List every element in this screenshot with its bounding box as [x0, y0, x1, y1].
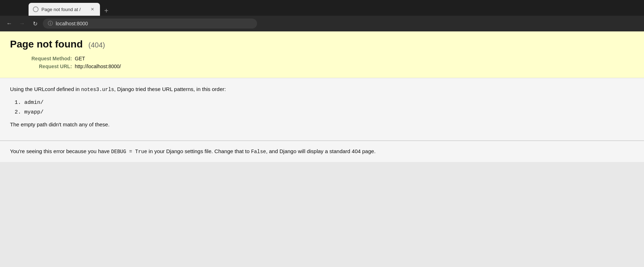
error-header: Page not found (404) Request Method: GET… [0, 31, 644, 78]
request-url-value: http://localhost:8000/ [75, 64, 634, 69]
tab-favicon [33, 6, 39, 12]
empty-path-message: The empty path didn't match any of these… [10, 121, 634, 129]
request-url-label: Request URL: [31, 64, 72, 69]
debug-msg-before: You're seeing this error because you hav… [10, 148, 111, 154]
debug-msg-after: , and Django will display a standard 404… [266, 148, 376, 154]
address-bar[interactable]: ⓘ localhost:8000 [43, 19, 257, 29]
debug-message: You're seeing this error because you hav… [10, 147, 634, 156]
tab-bar: Page not found at / ✕ + [0, 0, 644, 16]
tab-title: Page not found at / [41, 7, 86, 12]
error-body: Using the URLconf defined in notes3.urls… [0, 78, 644, 141]
debug-false: False [251, 149, 266, 155]
info-icon: ⓘ [48, 20, 53, 27]
back-button[interactable]: ← [6, 20, 13, 27]
urlconf-description: Using the URLconf defined in notes3.urls… [10, 85, 634, 94]
error-code: (404) [89, 41, 105, 49]
active-tab[interactable]: Page not found at / ✕ [29, 3, 100, 16]
error-title: Page not found (404) [10, 39, 634, 50]
title-bar: Page not found at / ✕ + [0, 0, 644, 16]
new-tab-button[interactable]: + [101, 6, 111, 16]
nav-buttons: ← → ↻ [6, 20, 39, 27]
forward-button[interactable]: → [19, 20, 26, 27]
urlconf-text-before: Using the URLconf defined in [10, 86, 81, 92]
request-method-value: GET [75, 56, 634, 61]
browser-chrome: Page not found at / ✕ + ← → ↻ ⓘ localhos… [0, 0, 644, 31]
address-bar-row: ← → ↻ ⓘ localhost:8000 [0, 16, 644, 31]
reload-button[interactable]: ↻ [31, 20, 39, 27]
urlconf-text-after: , Django tried these URL patterns, in th… [114, 86, 226, 92]
address-text: localhost:8000 [56, 21, 88, 26]
tab-close-button[interactable]: ✕ [89, 6, 96, 12]
error-title-text: Page not found [10, 39, 83, 50]
request-method-label: Request Method: [31, 56, 72, 61]
error-footer: You're seeing this error because you hav… [0, 141, 644, 162]
url-pattern-myapp: myapp/ [24, 107, 634, 117]
urlconf-module: notes3.urls [81, 87, 114, 92]
url-patterns-list: admin/ myapp/ [24, 98, 634, 117]
debug-setting: DEBUG = True [111, 149, 147, 155]
debug-msg-middle: in your Django settings file. Change tha… [147, 148, 251, 154]
error-meta: Request Method: GET Request URL: http://… [31, 56, 634, 69]
url-pattern-admin: admin/ [24, 98, 634, 107]
page-content: Page not found (404) Request Method: GET… [0, 31, 644, 267]
